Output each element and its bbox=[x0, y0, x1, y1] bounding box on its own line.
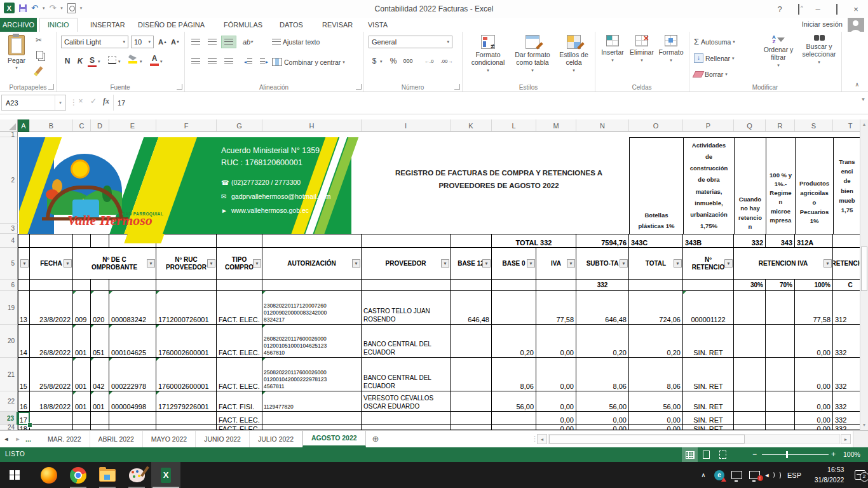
cell-p5[interactable]: Nº RETENCIO▼ bbox=[683, 248, 734, 280]
filter-button[interactable]: ▼ bbox=[527, 259, 535, 268]
cell-r20[interactable] bbox=[766, 325, 795, 358]
start-button[interactable] bbox=[0, 462, 29, 488]
cell-k19[interactable]: 646,48 bbox=[451, 291, 492, 325]
cell-f23[interactable] bbox=[156, 412, 217, 425]
tray-volume-icon[interactable]: ◄ bbox=[764, 462, 782, 488]
font-color-caret-icon[interactable]: ▾ bbox=[160, 59, 163, 64]
column-header-M[interactable]: M bbox=[536, 119, 576, 132]
cell-l19[interactable] bbox=[492, 291, 536, 325]
percent-button[interactable]: % bbox=[388, 55, 399, 67]
cell-k24[interactable] bbox=[451, 425, 492, 430]
column-header-S[interactable]: S bbox=[795, 119, 833, 132]
cell-b20[interactable]: 26/8/2022 bbox=[30, 325, 73, 358]
cell-n21[interactable]: 8,06 bbox=[576, 358, 629, 391]
format-painter-button[interactable] bbox=[34, 66, 43, 76]
new-sheet-button[interactable]: ⊕ bbox=[366, 431, 386, 447]
format-cells-button[interactable]: Formato ▾ bbox=[657, 35, 685, 63]
cell-g4[interactable] bbox=[217, 234, 262, 248]
align-middle-button[interactable] bbox=[205, 36, 220, 48]
cell-m20[interactable]: 0,00 bbox=[536, 325, 576, 358]
filter-button[interactable]: ▼ bbox=[567, 259, 575, 268]
sort-filter-button[interactable]: AZ Ordenar y filtrar ▾ bbox=[760, 35, 797, 68]
cell-p4[interactable]: 343B bbox=[683, 234, 734, 248]
column-header-Q[interactable]: Q bbox=[734, 119, 766, 132]
filter-button[interactable]: ▼ bbox=[147, 259, 155, 268]
cell-s24[interactable]: 0,00 bbox=[795, 425, 833, 430]
cell-h24[interactable] bbox=[262, 425, 362, 430]
cell-s4[interactable]: 312A bbox=[795, 234, 833, 248]
fill-color-button[interactable] bbox=[128, 55, 137, 64]
cell-i4[interactable] bbox=[362, 234, 451, 248]
column-header-I[interactable]: I bbox=[362, 119, 451, 132]
cell-n20[interactable]: 0,20 bbox=[576, 325, 629, 358]
cell-k20[interactable] bbox=[451, 325, 492, 358]
cell-d21[interactable]: 042 bbox=[91, 358, 109, 391]
cell-retencion-botellas[interactable]: Botellas plásticas 1% bbox=[629, 137, 684, 234]
cell-p24[interactable]: SIN. RET bbox=[683, 425, 734, 430]
cell-a20[interactable]: 14 bbox=[18, 325, 30, 358]
view-normal-button[interactable] bbox=[682, 447, 698, 462]
zoom-slider[interactable] bbox=[762, 454, 829, 455]
paste-button[interactable]: Pegar ▾ bbox=[4, 35, 29, 71]
tray-notifications-icon[interactable]: 2 bbox=[851, 462, 868, 488]
cell-n4[interactable]: 7594,76 bbox=[576, 234, 629, 248]
row-header-21[interactable]: 21 bbox=[0, 358, 18, 391]
filter-button[interactable]: ▼ bbox=[724, 259, 733, 268]
cell-retencion-construccion[interactable]: Actividades de construcción de obra mate… bbox=[683, 137, 735, 234]
tray-network-icon[interactable] bbox=[728, 462, 745, 488]
underline-button[interactable]: S bbox=[88, 55, 97, 67]
cell-l4[interactable]: TOTAL 332 bbox=[492, 234, 576, 248]
cell-t24[interactable]: 332 bbox=[833, 425, 860, 430]
insert-function-icon[interactable]: fx bbox=[100, 97, 112, 106]
cell-q20[interactable] bbox=[734, 325, 766, 358]
shrink-font-button[interactable]: A▼ bbox=[169, 36, 182, 48]
worksheet-grid[interactable]: Acuerdo Ministerial N° 1359 RUC : 176812… bbox=[0, 132, 860, 430]
vertical-scrollbar[interactable]: ▲ ▼ bbox=[860, 119, 868, 430]
cell-g22[interactable]: FACT. FISI. bbox=[217, 391, 262, 412]
bold-button[interactable]: N bbox=[62, 55, 72, 67]
cell-retencion-sin-retencion[interactable]: Cuando no hay retencio n bbox=[734, 137, 766, 234]
cell-styles-button[interactable]: Estilos de celda ▾ bbox=[555, 35, 593, 73]
cell-r21[interactable] bbox=[766, 358, 795, 391]
cell-q6[interactable]: 30% bbox=[734, 280, 766, 291]
minimize-button[interactable]: – bbox=[808, 4, 827, 14]
cell-l22[interactable]: 56,00 bbox=[492, 391, 536, 412]
cell-p23[interactable]: SIN. RET bbox=[683, 412, 734, 425]
cell-a21[interactable]: 15 bbox=[18, 358, 30, 391]
cell-e21[interactable]: 000222978 bbox=[109, 358, 156, 391]
cell-n24[interactable]: 0,00 bbox=[576, 425, 629, 430]
cell-d19[interactable]: 020 bbox=[91, 291, 109, 325]
align-top-button[interactable] bbox=[188, 36, 203, 48]
sheet-tab-julio-2022[interactable]: JULIO 2022 bbox=[250, 431, 302, 447]
row-header-2[interactable]: 2 bbox=[0, 137, 18, 224]
clear-button[interactable]: Borrar ▾ bbox=[694, 71, 728, 78]
tab-insertar[interactable]: INSERTAR bbox=[83, 18, 133, 32]
cell-c21[interactable]: 001 bbox=[73, 358, 91, 391]
cell-t19[interactable]: 312 bbox=[833, 291, 860, 325]
number-format-select[interactable]: General▾ bbox=[369, 36, 452, 48]
cell-s20[interactable]: 0,00 bbox=[795, 325, 833, 358]
cell-f19[interactable]: 1712000726001 bbox=[156, 291, 217, 325]
cell-m23[interactable]: 0,00 bbox=[536, 412, 576, 425]
scroll-up-icon[interactable]: ▲ bbox=[860, 119, 868, 130]
cell-g19[interactable]: FACT. ELEC. bbox=[217, 291, 262, 325]
cell-retencion-microempresa[interactable]: 100 % y 1%.- Regime n microe mpresa bbox=[766, 137, 796, 234]
cell-t20[interactable]: 332 bbox=[833, 325, 860, 358]
cell-b21[interactable]: 25/8/2022 bbox=[30, 358, 73, 391]
tab-inicio[interactable]: INICIO bbox=[39, 18, 78, 32]
column-header-E[interactable]: E bbox=[109, 119, 156, 132]
tray-clock[interactable]: 16:53 31/8/2022 bbox=[807, 462, 851, 488]
cell-e24[interactable] bbox=[109, 425, 156, 430]
cell-i6[interactable] bbox=[362, 280, 451, 291]
fill-handle[interactable] bbox=[27, 423, 32, 428]
font-size-select[interactable]: 10▾ bbox=[131, 36, 154, 48]
cell-h19[interactable]: 230820220117120007260 012009020000083242… bbox=[262, 291, 362, 325]
delete-cells-button[interactable]: × Eliminar ▾ bbox=[628, 35, 656, 63]
copy-button[interactable] bbox=[36, 51, 43, 59]
row-header-22[interactable]: 22 bbox=[0, 391, 18, 412]
cell-n22[interactable]: 56,00 bbox=[576, 391, 629, 412]
filter-button[interactable]: ▼ bbox=[824, 259, 832, 268]
cell-t5[interactable]: RETENCION bbox=[833, 248, 860, 280]
column-header-P[interactable]: P bbox=[683, 119, 734, 132]
cell-s19[interactable]: 77,58 bbox=[795, 291, 833, 325]
